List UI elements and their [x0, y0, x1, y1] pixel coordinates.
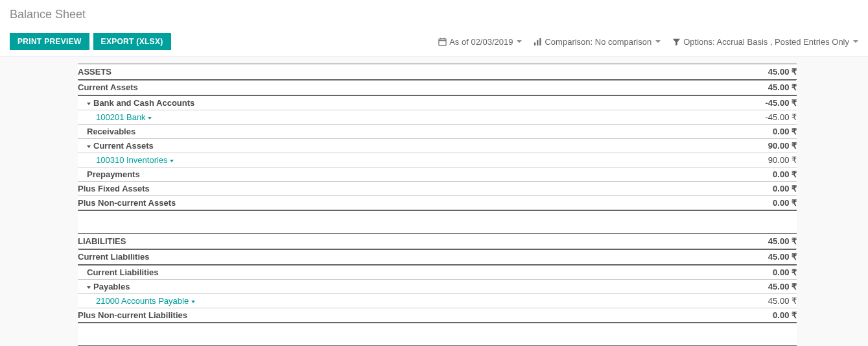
chevron-down-icon	[853, 40, 858, 43]
svg-rect-5	[537, 40, 539, 45]
report-body: ASSETS 45.00 ₹ Current Assets 45.00 ₹ Ba…	[0, 57, 868, 346]
row-amount: 90.00 ₹	[732, 155, 797, 165]
row-amount: 45.00 ₹	[732, 296, 797, 306]
filter-icon	[672, 38, 681, 46]
chevron-down-icon	[191, 301, 195, 303]
export-xlsx-button[interactable]: EXPORT (XLSX)	[93, 33, 171, 50]
chevron-down-icon	[87, 103, 91, 105]
bar-chart-icon	[534, 38, 542, 46]
row-label: Plus Fixed Assets	[78, 184, 732, 193]
date-filter[interactable]: As of 02/03/2019	[438, 37, 522, 47]
row-amount: 0.00 ₹	[732, 127, 797, 136]
section-amount: 45.00 ₹	[732, 67, 797, 77]
account-link[interactable]: 21000 Accounts Payable	[78, 296, 732, 306]
chevron-down-icon	[87, 145, 91, 148]
row-noncurrent-assets[interactable]: Plus Non-current Assets 0.00 ₹	[78, 196, 797, 211]
row-current-assets[interactable]: Current Assets 45.00 ₹	[78, 80, 797, 96]
row-amount: 0.00 ₹	[732, 198, 797, 208]
row-label: Plus Non-current Liabilities	[78, 310, 732, 320]
section-label: LIABILITIES	[78, 236, 732, 246]
row-amount: 0.00 ₹	[732, 267, 797, 277]
section-label: ASSETS	[78, 67, 732, 77]
comparison-filter-label: Comparison: No comparison	[545, 37, 651, 47]
row-amount: 45.00 ₹	[732, 282, 797, 291]
account-link[interactable]: 100310 Inventories	[78, 155, 732, 165]
calendar-icon	[438, 38, 447, 46]
row-payables[interactable]: Payables 45.00 ₹	[78, 280, 797, 294]
row-amount: 0.00 ₹	[732, 184, 797, 193]
row-current-liabilities[interactable]: Current Liabilities 45.00 ₹	[78, 249, 797, 266]
row-label: Current Assets	[78, 141, 732, 151]
chevron-down-icon	[87, 286, 91, 289]
row-receivables[interactable]: Receivables 0.00 ₹	[78, 125, 797, 139]
row-inventories[interactable]: 100310 Inventories 90.00 ₹	[78, 153, 797, 167]
row-label: Receivables	[78, 127, 732, 136]
row-amount: 0.00 ₹	[732, 310, 797, 320]
row-label: Prepayments	[78, 169, 732, 179]
page-title: Balance Sheet	[10, 8, 858, 21]
row-amount: -45.00 ₹	[732, 112, 797, 122]
section-amount: 45.00 ₹	[732, 236, 797, 246]
row-bank-cash[interactable]: Bank and Cash Accounts -45.00 ₹	[78, 96, 797, 110]
row-label: Current Liabilities	[78, 267, 732, 277]
row-amount: 45.00 ₹	[732, 82, 797, 92]
row-accounts-payable[interactable]: 21000 Accounts Payable 45.00 ₹	[78, 294, 797, 308]
row-amount: -45.00 ₹	[732, 98, 797, 108]
chevron-down-icon	[517, 40, 522, 43]
row-label: Current Assets	[78, 82, 732, 92]
svg-rect-4	[534, 42, 535, 45]
row-current-liabilities-sub[interactable]: Current Liabilities 0.00 ₹	[78, 266, 797, 280]
row-bank-account[interactable]: 100201 Bank -45.00 ₹	[78, 110, 797, 125]
section-liabilities[interactable]: LIABILITIES 45.00 ₹	[78, 233, 797, 249]
chevron-down-icon	[170, 160, 174, 162]
row-amount: 45.00 ₹	[732, 252, 797, 262]
chevron-down-icon	[655, 40, 661, 43]
svg-rect-0	[439, 38, 446, 45]
row-amount: 0.00 ₹	[732, 169, 797, 179]
chevron-down-icon	[148, 117, 152, 119]
row-prepayments[interactable]: Prepayments 0.00 ₹	[78, 167, 797, 182]
row-label: Payables	[78, 282, 732, 291]
row-label: Current Liabilities	[78, 252, 732, 262]
row-current-assets-sub[interactable]: Current Assets 90.00 ₹	[78, 139, 797, 153]
row-fixed-assets[interactable]: Plus Fixed Assets 0.00 ₹	[78, 182, 797, 196]
options-filter-label: Options: Accrual Basis , Posted Entries …	[683, 37, 849, 47]
options-filter[interactable]: Options: Accrual Basis , Posted Entries …	[672, 37, 858, 47]
row-label: Plus Non-current Assets	[78, 198, 732, 208]
row-noncurrent-liabilities[interactable]: Plus Non-current Liabilities 0.00 ₹	[78, 308, 797, 323]
comparison-filter[interactable]: Comparison: No comparison	[534, 37, 661, 47]
row-label: Bank and Cash Accounts	[78, 98, 732, 108]
account-link[interactable]: 100201 Bank	[78, 112, 732, 122]
date-filter-label: As of 02/03/2019	[449, 37, 513, 47]
toolbar: PRINT PREVIEW EXPORT (XLSX) As of 02/03/…	[0, 33, 868, 57]
print-preview-button[interactable]: PRINT PREVIEW	[10, 33, 89, 50]
row-amount: 90.00 ₹	[732, 141, 797, 151]
section-assets[interactable]: ASSETS 45.00 ₹	[78, 64, 797, 80]
svg-rect-6	[540, 38, 541, 45]
